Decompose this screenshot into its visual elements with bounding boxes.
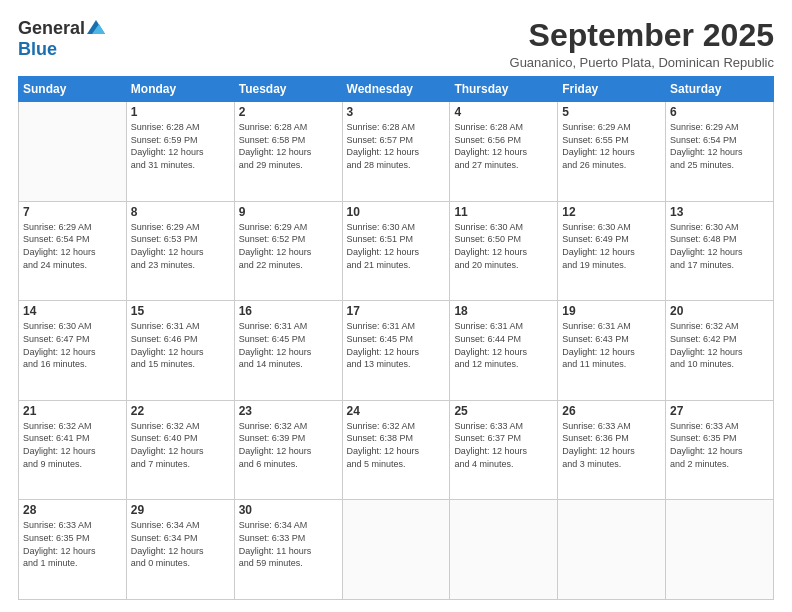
logo-blue-text: Blue xyxy=(18,39,57,60)
day-info: Sunrise: 6:30 AM Sunset: 6:49 PM Dayligh… xyxy=(562,221,661,271)
day-number: 26 xyxy=(562,404,661,418)
day-number: 29 xyxy=(131,503,230,517)
table-row: 23Sunrise: 6:32 AM Sunset: 6:39 PM Dayli… xyxy=(234,400,342,500)
day-number: 12 xyxy=(562,205,661,219)
calendar-header-row: Sunday Monday Tuesday Wednesday Thursday… xyxy=(19,77,774,102)
day-number: 30 xyxy=(239,503,338,517)
day-info: Sunrise: 6:29 AM Sunset: 6:54 PM Dayligh… xyxy=(670,121,769,171)
day-info: Sunrise: 6:33 AM Sunset: 6:36 PM Dayligh… xyxy=(562,420,661,470)
day-number: 11 xyxy=(454,205,553,219)
day-info: Sunrise: 6:30 AM Sunset: 6:51 PM Dayligh… xyxy=(347,221,446,271)
day-number: 22 xyxy=(131,404,230,418)
day-number: 27 xyxy=(670,404,769,418)
table-row xyxy=(19,102,127,202)
table-row: 5Sunrise: 6:29 AM Sunset: 6:55 PM Daylig… xyxy=(558,102,666,202)
table-row: 6Sunrise: 6:29 AM Sunset: 6:54 PM Daylig… xyxy=(666,102,774,202)
day-number: 14 xyxy=(23,304,122,318)
calendar-week-row: 14Sunrise: 6:30 AM Sunset: 6:47 PM Dayli… xyxy=(19,301,774,401)
day-info: Sunrise: 6:29 AM Sunset: 6:55 PM Dayligh… xyxy=(562,121,661,171)
day-info: Sunrise: 6:33 AM Sunset: 6:35 PM Dayligh… xyxy=(23,519,122,569)
calendar-week-row: 21Sunrise: 6:32 AM Sunset: 6:41 PM Dayli… xyxy=(19,400,774,500)
table-row: 1Sunrise: 6:28 AM Sunset: 6:59 PM Daylig… xyxy=(126,102,234,202)
col-wednesday: Wednesday xyxy=(342,77,450,102)
col-sunday: Sunday xyxy=(19,77,127,102)
table-row: 26Sunrise: 6:33 AM Sunset: 6:36 PM Dayli… xyxy=(558,400,666,500)
table-row: 19Sunrise: 6:31 AM Sunset: 6:43 PM Dayli… xyxy=(558,301,666,401)
day-info: Sunrise: 6:32 AM Sunset: 6:39 PM Dayligh… xyxy=(239,420,338,470)
day-number: 16 xyxy=(239,304,338,318)
table-row: 9Sunrise: 6:29 AM Sunset: 6:52 PM Daylig… xyxy=(234,201,342,301)
logo-icon xyxy=(87,20,105,34)
table-row: 25Sunrise: 6:33 AM Sunset: 6:37 PM Dayli… xyxy=(450,400,558,500)
col-monday: Monday xyxy=(126,77,234,102)
table-row: 24Sunrise: 6:32 AM Sunset: 6:38 PM Dayli… xyxy=(342,400,450,500)
table-row: 16Sunrise: 6:31 AM Sunset: 6:45 PM Dayli… xyxy=(234,301,342,401)
day-info: Sunrise: 6:30 AM Sunset: 6:47 PM Dayligh… xyxy=(23,320,122,370)
day-info: Sunrise: 6:30 AM Sunset: 6:50 PM Dayligh… xyxy=(454,221,553,271)
table-row: 11Sunrise: 6:30 AM Sunset: 6:50 PM Dayli… xyxy=(450,201,558,301)
logo: General Blue xyxy=(18,18,105,60)
day-info: Sunrise: 6:31 AM Sunset: 6:46 PM Dayligh… xyxy=(131,320,230,370)
day-info: Sunrise: 6:30 AM Sunset: 6:48 PM Dayligh… xyxy=(670,221,769,271)
day-info: Sunrise: 6:28 AM Sunset: 6:58 PM Dayligh… xyxy=(239,121,338,171)
table-row xyxy=(450,500,558,600)
day-info: Sunrise: 6:28 AM Sunset: 6:57 PM Dayligh… xyxy=(347,121,446,171)
day-info: Sunrise: 6:31 AM Sunset: 6:45 PM Dayligh… xyxy=(347,320,446,370)
day-number: 25 xyxy=(454,404,553,418)
day-number: 7 xyxy=(23,205,122,219)
col-saturday: Saturday xyxy=(666,77,774,102)
day-info: Sunrise: 6:31 AM Sunset: 6:45 PM Dayligh… xyxy=(239,320,338,370)
day-info: Sunrise: 6:29 AM Sunset: 6:54 PM Dayligh… xyxy=(23,221,122,271)
day-info: Sunrise: 6:31 AM Sunset: 6:44 PM Dayligh… xyxy=(454,320,553,370)
day-info: Sunrise: 6:34 AM Sunset: 6:34 PM Dayligh… xyxy=(131,519,230,569)
day-number: 10 xyxy=(347,205,446,219)
day-info: Sunrise: 6:32 AM Sunset: 6:42 PM Dayligh… xyxy=(670,320,769,370)
calendar-week-row: 28Sunrise: 6:33 AM Sunset: 6:35 PM Dayli… xyxy=(19,500,774,600)
calendar-week-row: 1Sunrise: 6:28 AM Sunset: 6:59 PM Daylig… xyxy=(19,102,774,202)
table-row: 8Sunrise: 6:29 AM Sunset: 6:53 PM Daylig… xyxy=(126,201,234,301)
day-number: 4 xyxy=(454,105,553,119)
table-row: 18Sunrise: 6:31 AM Sunset: 6:44 PM Dayli… xyxy=(450,301,558,401)
day-number: 28 xyxy=(23,503,122,517)
table-row: 7Sunrise: 6:29 AM Sunset: 6:54 PM Daylig… xyxy=(19,201,127,301)
day-info: Sunrise: 6:32 AM Sunset: 6:40 PM Dayligh… xyxy=(131,420,230,470)
day-number: 5 xyxy=(562,105,661,119)
table-row: 13Sunrise: 6:30 AM Sunset: 6:48 PM Dayli… xyxy=(666,201,774,301)
table-row: 4Sunrise: 6:28 AM Sunset: 6:56 PM Daylig… xyxy=(450,102,558,202)
day-number: 19 xyxy=(562,304,661,318)
day-number: 8 xyxy=(131,205,230,219)
day-number: 1 xyxy=(131,105,230,119)
day-info: Sunrise: 6:28 AM Sunset: 6:56 PM Dayligh… xyxy=(454,121,553,171)
table-row: 29Sunrise: 6:34 AM Sunset: 6:34 PM Dayli… xyxy=(126,500,234,600)
table-row xyxy=(666,500,774,600)
table-row: 21Sunrise: 6:32 AM Sunset: 6:41 PM Dayli… xyxy=(19,400,127,500)
day-number: 9 xyxy=(239,205,338,219)
calendar-week-row: 7Sunrise: 6:29 AM Sunset: 6:54 PM Daylig… xyxy=(19,201,774,301)
table-row: 17Sunrise: 6:31 AM Sunset: 6:45 PM Dayli… xyxy=(342,301,450,401)
day-number: 17 xyxy=(347,304,446,318)
day-number: 20 xyxy=(670,304,769,318)
table-row: 14Sunrise: 6:30 AM Sunset: 6:47 PM Dayli… xyxy=(19,301,127,401)
table-row: 27Sunrise: 6:33 AM Sunset: 6:35 PM Dayli… xyxy=(666,400,774,500)
day-info: Sunrise: 6:31 AM Sunset: 6:43 PM Dayligh… xyxy=(562,320,661,370)
day-number: 15 xyxy=(131,304,230,318)
day-number: 2 xyxy=(239,105,338,119)
day-number: 24 xyxy=(347,404,446,418)
col-friday: Friday xyxy=(558,77,666,102)
table-row: 12Sunrise: 6:30 AM Sunset: 6:49 PM Dayli… xyxy=(558,201,666,301)
day-info: Sunrise: 6:33 AM Sunset: 6:37 PM Dayligh… xyxy=(454,420,553,470)
day-number: 6 xyxy=(670,105,769,119)
calendar-table: Sunday Monday Tuesday Wednesday Thursday… xyxy=(18,76,774,600)
page: General Blue September 2025 Guananico, P… xyxy=(0,0,792,612)
day-info: Sunrise: 6:29 AM Sunset: 6:53 PM Dayligh… xyxy=(131,221,230,271)
day-number: 18 xyxy=(454,304,553,318)
table-row: 2Sunrise: 6:28 AM Sunset: 6:58 PM Daylig… xyxy=(234,102,342,202)
col-thursday: Thursday xyxy=(450,77,558,102)
month-title: September 2025 xyxy=(510,18,774,53)
day-info: Sunrise: 6:32 AM Sunset: 6:38 PM Dayligh… xyxy=(347,420,446,470)
day-number: 3 xyxy=(347,105,446,119)
table-row: 22Sunrise: 6:32 AM Sunset: 6:40 PM Dayli… xyxy=(126,400,234,500)
table-row: 3Sunrise: 6:28 AM Sunset: 6:57 PM Daylig… xyxy=(342,102,450,202)
table-row xyxy=(558,500,666,600)
location-subtitle: Guananico, Puerto Plata, Dominican Repub… xyxy=(510,55,774,70)
